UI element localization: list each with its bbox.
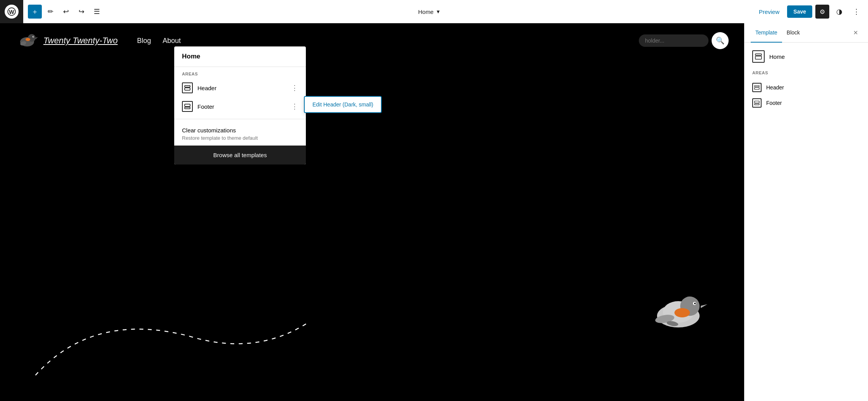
- svg-rect-27: [755, 104, 759, 105]
- site-name: Twenty Twenty-Two: [43, 36, 118, 46]
- page-title-button[interactable]: Home ▾: [413, 5, 444, 18]
- save-button[interactable]: Save: [787, 5, 812, 18]
- toolbar-right: Preview Save ⚙ ◑ ⋮: [754, 5, 863, 19]
- list-view-button[interactable]: ☰: [90, 5, 104, 19]
- search-icon: 🔍: [716, 36, 724, 45]
- svg-rect-22: [755, 54, 762, 55]
- half-moon-icon: ◑: [836, 7, 842, 16]
- svg-rect-21: [185, 107, 190, 109]
- dropdown-title: Home: [174, 46, 306, 67]
- search-submit-button[interactable]: 🔍: [712, 32, 729, 49]
- redo-button[interactable]: ↪: [74, 5, 88, 19]
- svg-point-4: [26, 38, 30, 41]
- sidebar-header-icon: [752, 83, 762, 92]
- plus-icon: ＋: [31, 7, 38, 16]
- dropdown-browse-button[interactable]: Browse all templates: [174, 146, 306, 165]
- site-logo: Twenty Twenty-Two: [15, 31, 118, 50]
- template-icon-svg: [755, 53, 762, 60]
- svg-rect-19: [185, 88, 190, 90]
- svg-rect-23: [755, 56, 762, 59]
- toolbar: W ＋ ✏ ↩ ↪ ☰ Home ▾ Preview Save: [0, 0, 868, 23]
- sidebar-template-icon: [752, 50, 765, 63]
- header-area-icon: [182, 82, 193, 93]
- footer-area-icon: [182, 101, 193, 112]
- sidebar-footer-name: Footer: [766, 100, 782, 106]
- svg-point-12: [674, 308, 690, 317]
- tab-template[interactable]: Template: [751, 23, 782, 43]
- edit-mode-button[interactable]: ✏: [43, 5, 57, 19]
- gear-icon: ⚙: [820, 8, 825, 15]
- list-icon: ☰: [94, 7, 100, 16]
- dropdown-clear-title: Clear customizations: [182, 127, 298, 134]
- svg-marker-7: [36, 37, 38, 39]
- svg-point-14: [694, 303, 696, 304]
- dropdown-footer-item[interactable]: Footer ⋮: [174, 97, 306, 116]
- svg-text:W: W: [9, 9, 14, 15]
- dropdown-header-label: Header: [197, 85, 286, 91]
- sidebar-areas-label: AREAS: [752, 70, 860, 75]
- canvas-content: Twenty Twenty-Two Blog About 🔍: [0, 23, 744, 401]
- sidebar-template-row: Home: [752, 50, 860, 63]
- settings-button[interactable]: ⚙: [815, 5, 829, 19]
- svg-rect-26: [755, 101, 759, 103]
- dropdown-clear-sub: Restore template to theme default: [182, 135, 298, 141]
- sidebar-template-name: Home: [769, 53, 785, 60]
- sidebar-tabs: Template Block ×: [744, 23, 868, 43]
- dropdown-footer-dots[interactable]: ⋮: [291, 103, 298, 110]
- sidebar-footer-item[interactable]: Footer: [752, 95, 860, 111]
- page-title-text: Home: [418, 9, 434, 15]
- dropdown-panel: Home AREAS Header ⋮ Footer ⋮: [174, 46, 306, 165]
- add-block-button[interactable]: ＋: [28, 5, 42, 19]
- sidebar-content: Home AREAS Header Footer: [744, 43, 868, 118]
- context-menu: Edit Header (Dark, small): [304, 96, 382, 113]
- svg-rect-20: [185, 104, 190, 106]
- dropdown-clear-section[interactable]: Clear customizations Restore template to…: [174, 122, 306, 146]
- ellipsis-vertical-icon: ⋮: [853, 7, 860, 16]
- dropdown-header-item[interactable]: Header ⋮: [174, 79, 306, 97]
- redo-icon: ↪: [79, 7, 84, 16]
- sidebar-header-item[interactable]: Header: [752, 80, 860, 95]
- wp-logo-mark: W: [5, 5, 19, 19]
- dropdown-footer-label: Footer: [197, 103, 286, 110]
- dropdown-areas-label: AREAS: [174, 67, 306, 79]
- dropdown-header-dots[interactable]: ⋮: [291, 84, 298, 91]
- svg-rect-25: [755, 87, 759, 89]
- preview-button[interactable]: Preview: [754, 5, 784, 18]
- svg-marker-15: [701, 304, 707, 308]
- svg-rect-24: [755, 86, 759, 87]
- dropdown-divider: [174, 119, 306, 119]
- site-header: Twenty Twenty-Two Blog About 🔍: [0, 23, 744, 58]
- theme-toggle-button[interactable]: ◑: [832, 5, 846, 19]
- nav-blog[interactable]: Blog: [137, 37, 151, 45]
- logo-bird-icon: [15, 31, 39, 50]
- bird-right-icon: [643, 289, 713, 339]
- dashed-arc-decoration: [0, 285, 348, 382]
- search-area: 🔍: [639, 32, 729, 49]
- nav-about[interactable]: About: [163, 37, 181, 45]
- sidebar-footer-icon: [752, 98, 762, 108]
- right-sidebar: Template Block × Home AREAS Header: [744, 23, 868, 401]
- tab-block[interactable]: Block: [782, 23, 805, 43]
- more-options-button[interactable]: ⋮: [849, 5, 863, 19]
- chevron-down-icon: ▾: [437, 8, 440, 15]
- sidebar-footer-icon-svg: [754, 101, 760, 105]
- pencil-icon: ✏: [48, 7, 53, 16]
- undo-icon: ↩: [63, 7, 69, 16]
- header-icon-svg: [184, 85, 190, 91]
- toolbar-center: Home ▾: [105, 5, 753, 18]
- canvas-area: Twenty Twenty-Two Blog About 🔍: [0, 23, 744, 401]
- site-nav: Blog About: [137, 37, 181, 45]
- sidebar-header-icon-svg: [754, 85, 760, 90]
- svg-point-6: [33, 36, 34, 37]
- svg-rect-18: [185, 86, 190, 87]
- edit-header-menu-item[interactable]: Edit Header (Dark, small): [305, 97, 381, 112]
- search-input[interactable]: [639, 34, 708, 47]
- toolbar-main: ＋ ✏ ↩ ↪ ☰ Home ▾ Preview Save ⚙ ◑: [23, 0, 868, 23]
- sidebar-header-name: Header: [766, 84, 784, 91]
- sidebar-close-button[interactable]: ×: [849, 27, 862, 39]
- wp-logo[interactable]: W: [0, 0, 23, 23]
- canvas-bird-right: [643, 289, 713, 339]
- undo-button[interactable]: ↩: [59, 5, 73, 19]
- footer-icon-svg: [184, 104, 190, 109]
